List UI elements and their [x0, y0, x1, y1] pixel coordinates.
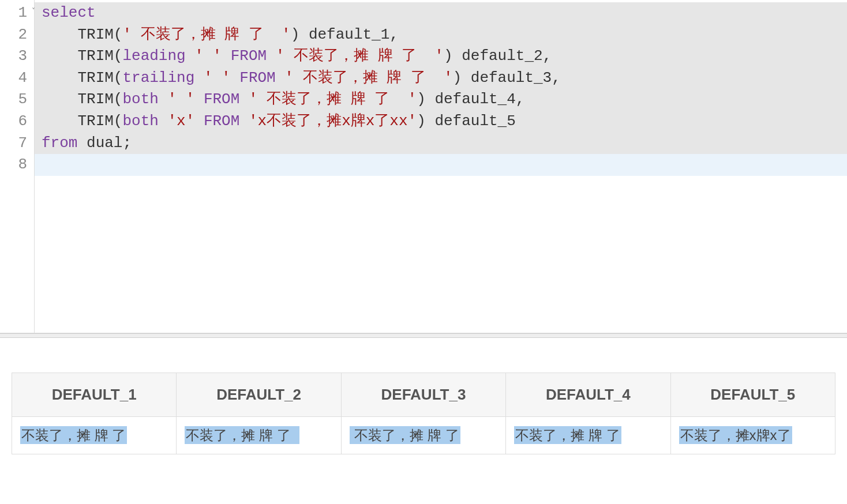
code-token: ): [417, 91, 434, 108]
code-token: default_5: [434, 112, 515, 130]
results-cell[interactable]: 不装了，摊 牌 了: [12, 417, 177, 454]
code-token: ): [444, 47, 462, 65]
results-column-header[interactable]: DEFAULT_1: [12, 373, 177, 417]
code-token: FROM: [239, 69, 275, 86]
code-token: [186, 47, 195, 65]
results-cell[interactable]: 不装了，摊 牌 了: [177, 417, 341, 454]
code-token: ): [291, 26, 309, 43]
results-panel: DEFAULT_1DEFAULT_2DEFAULT_3DEFAULT_4DEFA…: [0, 338, 847, 466]
code-token: TRIM: [77, 47, 113, 65]
code-line[interactable]: TRIM(both ' ' FROM ' 不装了，摊 牌 了 ') defaul…: [35, 89, 847, 111]
code-line[interactable]: from dual;: [35, 133, 847, 155]
code-token: ;: [122, 134, 132, 152]
code-token: ): [417, 112, 434, 130]
code-token: [267, 47, 276, 65]
code-token: ,: [516, 91, 525, 108]
editor-gutter: 1˅2345678: [0, 0, 35, 333]
code-token: [42, 69, 77, 86]
code-token: [42, 112, 77, 130]
results-column-header[interactable]: DEFAULT_5: [670, 373, 835, 417]
gutter-line-number: 7: [0, 133, 34, 155]
gutter-line-number: 1˅: [0, 2, 34, 24]
code-token: ' 不装了，摊 牌 了 ': [284, 69, 452, 86]
code-token: ' 不装了，摊 牌 了 ': [122, 26, 290, 43]
code-token: TRIM: [77, 69, 113, 86]
code-token: (: [114, 91, 123, 108]
results-column-header[interactable]: DEFAULT_4: [506, 373, 670, 417]
results-cell[interactable]: 不装了，摊 牌 了: [341, 417, 505, 454]
gutter-line-number: 2: [0, 24, 34, 46]
code-token: FROM: [204, 91, 239, 108]
code-token: [194, 91, 204, 108]
results-column-header[interactable]: DEFAULT_2: [177, 373, 341, 417]
results-cell[interactable]: 不装了，摊 牌 了: [506, 417, 670, 454]
pane-splitter[interactable]: [0, 333, 847, 338]
code-token: leading: [122, 47, 185, 65]
code-line[interactable]: TRIM(' 不装了，摊 牌 了 ') default_1,: [35, 24, 847, 46]
code-token: ' ': [194, 47, 222, 65]
editor-code-area[interactable]: select TRIM(' 不装了，摊 牌 了 ') default_1, TR…: [35, 0, 847, 333]
code-token: TRIM: [77, 112, 113, 130]
code-line[interactable]: select: [35, 2, 847, 24]
code-token: [194, 112, 204, 130]
cell-selection: 不装了，摊 牌 了: [20, 426, 127, 444]
results-table[interactable]: DEFAULT_1DEFAULT_2DEFAULT_3DEFAULT_4DEFA…: [12, 373, 835, 454]
code-token: ): [453, 69, 471, 86]
code-token: ' 不装了，摊 牌 了 ': [249, 91, 417, 108]
code-line[interactable]: [35, 154, 847, 176]
gutter-line-number: 8: [0, 154, 34, 176]
code-line[interactable]: TRIM(trailing ' ' FROM ' 不装了，摊 牌 了 ') de…: [35, 67, 847, 89]
code-token: [42, 91, 77, 108]
results-column-header[interactable]: DEFAULT_3: [341, 373, 505, 417]
code-token: [42, 26, 77, 43]
code-token: FROM: [231, 47, 267, 65]
gutter-line-number: 3: [0, 46, 34, 67]
results-cell[interactable]: 不装了，摊x牌x了: [670, 417, 835, 454]
code-token: (: [114, 112, 123, 130]
code-token: ' ': [204, 69, 231, 86]
code-token: [159, 91, 168, 108]
table-row[interactable]: 不装了，摊 牌 了不装了，摊 牌 了 不装了，摊 牌 了不装了，摊 牌 了不装了…: [12, 417, 835, 454]
results-header-row: DEFAULT_1DEFAULT_2DEFAULT_3DEFAULT_4DEFA…: [12, 373, 835, 417]
code-token: dual: [87, 134, 122, 152]
code-token: ,: [389, 26, 399, 43]
code-token: [159, 112, 168, 130]
code-line[interactable]: TRIM(both 'x' FROM 'x不装了，摊x牌x了xx') defau…: [35, 111, 847, 133]
cell-selection: 不装了，摊 牌 了: [350, 426, 460, 444]
code-token: select: [42, 4, 96, 21]
code-token: [231, 69, 240, 86]
sql-editor[interactable]: 1˅2345678 select TRIM(' 不装了，摊 牌 了 ') def…: [0, 0, 847, 333]
cell-selection: 不装了，摊 牌 了: [514, 426, 621, 444]
code-token: ,: [552, 69, 561, 86]
code-token: ' ': [167, 91, 194, 108]
code-token: (: [114, 47, 123, 65]
code-line[interactable]: TRIM(leading ' ' FROM ' 不装了，摊 牌 了 ') def…: [35, 46, 847, 67]
code-token: TRIM: [77, 91, 113, 108]
code-token: from: [42, 134, 77, 152]
code-token: (: [114, 69, 123, 86]
code-token: default_3: [471, 69, 552, 86]
code-token: both: [122, 91, 158, 108]
code-token: ,: [543, 47, 552, 65]
cell-selection: 不装了，摊 牌 了: [185, 426, 299, 444]
code-token: default_2: [462, 47, 542, 65]
code-token: default_1: [309, 26, 389, 43]
code-token: 'x不装了，摊x牌x了xx': [249, 112, 417, 130]
gutter-line-number: 6: [0, 111, 34, 133]
code-token: TRIM: [77, 26, 113, 43]
code-token: [239, 91, 249, 108]
code-token: both: [122, 112, 158, 130]
code-token: FROM: [204, 112, 239, 130]
code-token: [276, 69, 285, 86]
code-token: default_4: [434, 91, 515, 108]
code-token: [77, 134, 87, 152]
gutter-line-number: 4: [0, 67, 34, 89]
code-token: [194, 69, 204, 86]
code-token: [239, 112, 249, 130]
results-body: 不装了，摊 牌 了不装了，摊 牌 了 不装了，摊 牌 了不装了，摊 牌 了不装了…: [12, 417, 835, 454]
cell-selection: 不装了，摊x牌x了: [679, 426, 792, 444]
code-token: trailing: [122, 69, 194, 86]
code-token: ' 不装了，摊 牌 了 ': [276, 47, 444, 65]
code-token: [222, 47, 231, 65]
gutter-line-number: 5: [0, 89, 34, 111]
